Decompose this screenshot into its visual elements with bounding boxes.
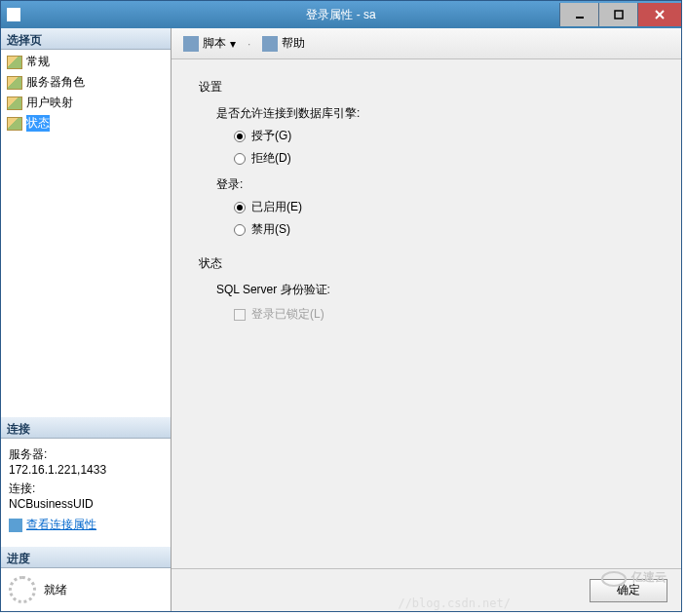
checkbox-icon	[234, 309, 246, 321]
nav-item-user-mapping[interactable]: 用户映射	[1, 93, 171, 113]
sidebar: 选择页 常规 服务器角色 用户映射 状态 连接 服务器: 172.16.1.22…	[1, 28, 172, 611]
radio-icon	[234, 224, 246, 236]
locked-checkbox-row: 登录已锁定(L)	[234, 306, 654, 323]
nav-label: 用户映射	[26, 95, 73, 111]
server-label: 服务器:	[9, 446, 163, 463]
deny-radio-row[interactable]: 拒绝(D)	[234, 150, 654, 167]
help-icon	[262, 36, 278, 52]
nav-label: 状态	[26, 115, 50, 132]
radio-icon	[234, 131, 246, 142]
nav-item-server-roles[interactable]: 服务器角色	[1, 72, 171, 93]
progress-header: 进度	[1, 547, 171, 568]
page-icon	[7, 56, 22, 69]
deny-label: 拒绝(D)	[251, 150, 291, 167]
app-icon	[7, 8, 20, 21]
progress-block: 就绪	[1, 568, 171, 611]
radio-icon	[234, 153, 246, 165]
properties-icon	[9, 519, 22, 532]
server-value: 172.16.1.221,1433	[9, 463, 163, 477]
page-icon	[7, 117, 22, 131]
script-button[interactable]: 脚本 ▾	[179, 33, 240, 54]
status-label: 状态	[199, 255, 654, 272]
allow-connect-label: 是否允许连接到数据库引擎:	[216, 105, 654, 122]
svg-rect-1	[615, 11, 623, 19]
grant-radio-row[interactable]: 授予(G)	[234, 128, 654, 144]
page-icon	[7, 76, 22, 90]
ready-label: 就绪	[44, 582, 67, 598]
view-connection-props-link[interactable]: 查看连接属性	[9, 517, 163, 533]
main-area: 设置 是否允许连接到数据库引擎: 授予(G) 拒绝(D)	[172, 59, 681, 568]
ok-label: 确定	[617, 582, 640, 598]
conn-label: 连接:	[9, 481, 163, 497]
enabled-radio-row[interactable]: 已启用(E)	[234, 199, 654, 215]
progress-spinner-icon	[9, 576, 36, 603]
toolbar-separator: ·	[248, 37, 250, 51]
conn-value: NCBusinessUID	[9, 497, 163, 511]
login-label: 登录:	[216, 176, 654, 193]
ok-button[interactable]: 确定	[590, 579, 667, 602]
dialog-footer: 确定	[172, 568, 681, 611]
close-button[interactable]	[637, 3, 681, 26]
nav-label: 服务器角色	[26, 74, 85, 91]
toolbar: 脚本 ▾ · 帮助	[172, 28, 681, 59]
minimize-button[interactable]	[559, 3, 598, 26]
disabled-label: 禁用(S)	[251, 221, 290, 238]
radio-icon	[234, 202, 246, 213]
nav-list: 常规 服务器角色 用户映射 状态	[1, 50, 171, 135]
connection-info: 服务器: 172.16.1.221,1433 连接: NCBusinessUID…	[1, 439, 171, 537]
maximize-button[interactable]	[598, 3, 637, 26]
link-label: 查看连接属性	[26, 517, 96, 533]
chevron-down-icon: ▾	[230, 37, 236, 51]
script-label: 脚本	[203, 35, 226, 52]
help-label: 帮助	[282, 35, 305, 52]
enabled-label: 已启用(E)	[251, 199, 302, 215]
nav-item-status[interactable]: 状态	[1, 113, 171, 134]
connection-header: 连接	[1, 417, 171, 439]
content-panel: 脚本 ▾ · 帮助 设置 是否允许连接到数据库引擎: 授予(G)	[172, 28, 681, 611]
disabled-radio-row[interactable]: 禁用(S)	[234, 221, 654, 238]
script-icon	[183, 36, 199, 52]
nav-label: 常规	[26, 54, 50, 70]
settings-label: 设置	[199, 79, 654, 96]
nav-item-general[interactable]: 常规	[1, 52, 171, 72]
locked-label: 登录已锁定(L)	[251, 306, 324, 323]
dialog-window: 登录属性 - sa 选择页 常规 服务器角色 用户映射 状态 连接 服务器: 1…	[0, 0, 682, 612]
grant-label: 授予(G)	[251, 128, 291, 144]
help-button[interactable]: 帮助	[258, 33, 309, 54]
select-page-header: 选择页	[1, 28, 171, 50]
titlebar: 登录属性 - sa	[1, 1, 681, 28]
sql-auth-label: SQL Server 身份验证:	[216, 282, 654, 298]
page-icon	[7, 96, 22, 110]
